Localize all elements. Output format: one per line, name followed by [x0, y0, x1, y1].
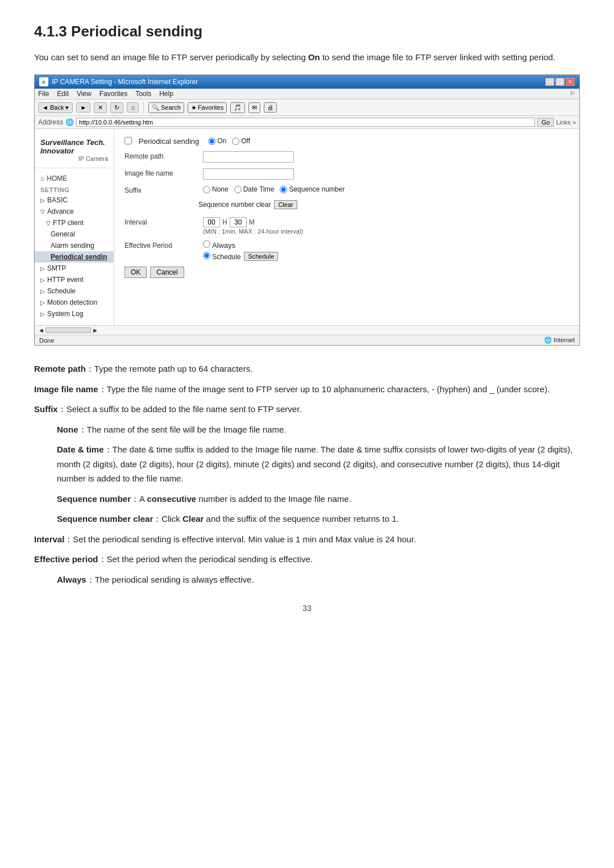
on-radio-label[interactable]: On: [208, 137, 226, 145]
ftp-arrow-icon: ▽: [46, 220, 51, 226]
sidebar-item-alarm-sending[interactable]: Alarm sending: [35, 240, 114, 251]
smtp-label: SMTP: [47, 264, 66, 272]
alarm-label: Alarm sending: [51, 242, 94, 250]
advance-arrow-icon: ▽: [40, 209, 45, 215]
suffix-label: Suffix: [125, 185, 198, 194]
off-radio-label[interactable]: Off: [232, 137, 250, 145]
remote-path-input[interactable]: [203, 151, 294, 163]
sidebar-item-motion-detection[interactable]: ▷ Motion detection: [35, 297, 114, 308]
sidebar-item-periodical-sending[interactable]: Periodical sendin: [35, 251, 114, 263]
schedule-radio[interactable]: [203, 252, 210, 259]
horizontal-scrollbar[interactable]: [45, 327, 91, 333]
sidebar: Surveillance Tech. Innovator IP Camera ⌂…: [35, 129, 114, 325]
smtp-arrow-icon: ▷: [40, 265, 45, 272]
media-icon: 🎵: [234, 104, 242, 111]
ftp-client-label: FTP client: [53, 219, 84, 227]
sidebar-item-smtp[interactable]: ▷ SMTP: [35, 263, 114, 274]
close-button[interactable]: ✕: [566, 78, 575, 86]
periodical-checkbox[interactable]: [125, 137, 132, 144]
basic-label: BASIC: [47, 196, 68, 204]
suffix-radio-group: None Date Time Sequence number: [203, 185, 345, 193]
menu-favorites[interactable]: Favorites: [99, 90, 127, 98]
restore-button[interactable]: ❐: [555, 78, 565, 86]
doc-image-filename-text: ：Type the file name of the image sent to…: [98, 384, 550, 394]
cancel-button[interactable]: Cancel: [150, 267, 184, 278]
scroll-right-icon[interactable]: ►: [92, 327, 98, 334]
menu-edit[interactable]: Edit: [57, 90, 69, 98]
media-toolbar-button[interactable]: 🎵: [230, 102, 245, 113]
sequence-label: Sequence number: [289, 185, 345, 193]
http-event-label: HTTP event: [47, 276, 84, 284]
image-filename-input[interactable]: [203, 168, 294, 180]
doc-interval: Interval：Set the periodical sending is e…: [34, 532, 580, 547]
sidebar-item-home[interactable]: ⌂ HOME: [35, 173, 114, 184]
general-label: General: [51, 230, 75, 238]
menu-view[interactable]: View: [77, 90, 92, 98]
none-radio-label[interactable]: None: [203, 185, 229, 193]
effective-period-label: Effective Period: [125, 240, 198, 250]
schedule-option-label: Schedule: [212, 253, 240, 261]
sidebar-item-ftp-client[interactable]: ▽ FTP client: [35, 217, 114, 229]
interval-hours-input[interactable]: [203, 217, 220, 227]
doc-seqnum-bold: consecutive: [147, 494, 196, 504]
sidebar-setting-label: SETTING: [35, 184, 114, 194]
refresh-button[interactable]: ↻: [110, 102, 123, 113]
off-radio[interactable]: [232, 138, 239, 145]
sidebar-item-http-event[interactable]: ▷ HTTP event: [35, 274, 114, 285]
suffix-sequence-radio[interactable]: [280, 186, 287, 193]
menu-help[interactable]: Help: [159, 90, 173, 98]
forward-button[interactable]: ►: [76, 102, 90, 113]
always-radio[interactable]: [203, 240, 210, 248]
always-radio-label[interactable]: Always: [203, 240, 278, 250]
doc-suffix: Suffix：Select a suffix to be added to th…: [34, 402, 580, 417]
doc-interval-title: Interval: [34, 534, 64, 544]
interval-input-row: H M: [203, 217, 303, 227]
sidebar-item-general[interactable]: General: [35, 229, 114, 240]
print-toolbar-button[interactable]: 🖨: [264, 102, 277, 113]
sidebar-item-advance[interactable]: ▽ Advance: [35, 206, 114, 217]
brand-area: Surveillance Tech. Innovator IP Camera: [35, 135, 114, 168]
interval-inputs: H M (MIN : 1min. MAX : 24-hour interval): [203, 217, 303, 235]
sequence-radio-label[interactable]: Sequence number: [280, 185, 345, 193]
schedule-nav-label: Schedule: [47, 287, 76, 295]
sidebar-item-basic[interactable]: ▷ BASIC: [35, 194, 114, 206]
ok-button[interactable]: OK: [125, 267, 147, 278]
http-arrow-icon: ▷: [40, 277, 45, 283]
clear-button[interactable]: Clear: [274, 200, 297, 209]
home-toolbar-button[interactable]: ⌂: [127, 102, 139, 113]
stop-button[interactable]: ✕: [94, 102, 107, 113]
remote-path-label: Remote path: [125, 151, 198, 160]
go-button[interactable]: Go: [537, 118, 554, 127]
schedule-button[interactable]: Schedule: [244, 252, 278, 261]
interval-minutes-input[interactable]: [230, 217, 247, 227]
suffix-none-radio[interactable]: [203, 186, 210, 193]
scroll-left-icon[interactable]: ◄: [38, 327, 44, 334]
schedule-radio-label[interactable]: Schedule: [203, 252, 240, 261]
interval-label: Interval: [125, 217, 198, 226]
suffix-datetime-radio[interactable]: [234, 186, 242, 193]
globe-status-icon: 🌐: [544, 337, 552, 343]
hours-label: H: [222, 218, 227, 226]
menu-file[interactable]: File: [38, 90, 49, 98]
doc-image-filename: Image file name：Type the file name of th…: [34, 382, 580, 397]
sidebar-item-system-log[interactable]: ▷ System Log: [35, 308, 114, 319]
browser-window: e IP CAMERA Setting - Microsoft Internet…: [34, 74, 580, 346]
sidebar-item-schedule[interactable]: ▷ Schedule: [35, 285, 114, 297]
favorites-toolbar-button[interactable]: ★ Favorites: [188, 102, 227, 113]
doc-seqnum-title: Sequence number: [57, 494, 131, 504]
address-input[interactable]: [76, 118, 535, 127]
back-arrow-icon: ◄: [42, 104, 48, 111]
on-radio[interactable]: [208, 138, 215, 145]
search-toolbar-button[interactable]: 🔍 Search: [148, 102, 184, 113]
datetime-radio-label[interactable]: Date Time: [234, 185, 275, 193]
doc-always-title: Always: [57, 575, 86, 584]
back-button[interactable]: ◄ Back ▾: [38, 102, 73, 113]
minimize-button[interactable]: —: [545, 78, 554, 86]
address-label: Address: [38, 118, 63, 126]
seq-clear-row: Sequence number clear Clear: [198, 200, 569, 211]
doc-suffix-text: ：Select a suffix to be added to the file…: [58, 404, 302, 414]
browser-statusbar: Done 🌐 Internet: [35, 335, 579, 345]
mail-toolbar-button[interactable]: ✉: [248, 102, 260, 113]
menu-tools[interactable]: Tools: [135, 90, 151, 98]
main-form-area: Periodical sending On Off Remote path: [114, 129, 579, 325]
